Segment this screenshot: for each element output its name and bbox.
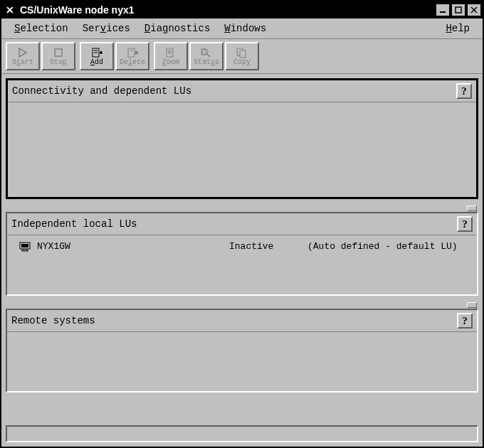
local-lus-body[interactable]: NYX1GW Inactive (Auto defined - default … <box>7 235 477 294</box>
statusbar <box>6 425 478 442</box>
zoom-label: Zoom <box>162 59 179 66</box>
computer-icon <box>19 242 31 252</box>
svg-rect-5 <box>55 49 62 56</box>
add-button[interactable]: Add <box>80 42 114 70</box>
delete-button[interactable]: Delete <box>115 42 149 70</box>
menu-diagnostics[interactable]: Diagnostics <box>137 21 217 36</box>
toolbar: Start Stop Add Delete Zoom <box>1 39 483 74</box>
lu-name: NYX1GW <box>37 241 229 252</box>
menu-windows[interactable]: Windows <box>217 21 273 36</box>
remote-systems-help-button[interactable]: ? <box>457 313 473 329</box>
svg-rect-23 <box>240 50 246 58</box>
remote-systems-title: Remote systems <box>11 315 457 326</box>
lu-status: Inactive <box>229 241 307 252</box>
svg-point-19 <box>202 49 208 55</box>
add-icon <box>90 47 103 58</box>
connectivity-title: Connectivity and dependent LUs <box>12 85 456 97</box>
start-button[interactable]: Start <box>6 42 40 70</box>
main-window: ✕ CS/UnixWare node nyx1 Selection Servic… <box>0 0 484 448</box>
minimize-button[interactable] <box>436 4 450 16</box>
stop-icon <box>52 47 65 58</box>
svg-marker-4 <box>19 48 26 57</box>
system-menu-button[interactable]: ✕ <box>3 4 17 16</box>
svg-rect-25 <box>21 244 28 247</box>
svg-rect-26 <box>22 250 28 251</box>
add-label: Add <box>90 59 103 66</box>
remote-systems-panel[interactable]: Remote systems ? <box>6 309 478 393</box>
copy-icon <box>236 47 248 58</box>
delete-icon <box>126 47 139 58</box>
menu-services[interactable]: Services <box>75 21 137 36</box>
local-lus-title: Independent local LUs <box>11 218 457 230</box>
local-lus-panel[interactable]: Independent local LUs ? NYX1GW Inactive … <box>6 212 478 296</box>
start-icon <box>16 47 29 58</box>
stop-label: Stop <box>50 59 67 66</box>
maximize-button[interactable] <box>451 4 465 16</box>
remote-systems-body[interactable] <box>7 332 477 391</box>
start-label: Start <box>12 59 33 66</box>
connectivity-panel[interactable]: Connectivity and dependent LUs ? <box>6 78 478 199</box>
copy-label: Copy <box>233 59 251 66</box>
remote-systems-header: Remote systems ? <box>7 310 477 332</box>
close-icon <box>470 6 478 14</box>
connectivity-body[interactable] <box>8 102 476 197</box>
svg-rect-11 <box>128 48 135 57</box>
svg-rect-1 <box>456 7 461 13</box>
list-item[interactable]: NYX1GW Inactive (Auto defined - default … <box>11 240 473 253</box>
menu-selection[interactable]: Selection <box>7 21 75 36</box>
window-title: CS/UnixWare node nyx1 <box>17 4 436 16</box>
status-label: Status <box>194 59 219 66</box>
status-icon <box>200 47 213 58</box>
resize-grip[interactable] <box>467 206 477 211</box>
menubar: Selection Services Diagnostics Windows H… <box>1 18 483 39</box>
content-area: Connectivity and dependent LUs ? Indepen… <box>1 74 483 422</box>
svg-rect-0 <box>440 11 446 13</box>
zoom-button[interactable]: Zoom <box>154 42 188 70</box>
svg-line-20 <box>207 54 210 57</box>
titlebar: ✕ CS/UnixWare node nyx1 <box>1 1 483 18</box>
connectivity-help-button[interactable]: ? <box>456 83 472 99</box>
stop-button[interactable]: Stop <box>41 42 75 70</box>
connectivity-header: Connectivity and dependent LUs ? <box>8 80 476 102</box>
close-button[interactable] <box>467 4 481 16</box>
window-controls <box>436 4 481 16</box>
maximize-icon <box>455 6 462 14</box>
menu-help[interactable]: Help <box>438 21 477 36</box>
zoom-icon <box>164 47 177 58</box>
minimize-icon <box>439 6 446 14</box>
local-lus-help-button[interactable]: ? <box>457 216 473 232</box>
resize-handle-1 <box>6 205 478 212</box>
local-lus-header: Independent local LUs ? <box>7 213 477 235</box>
svg-rect-15 <box>167 48 173 57</box>
resize-handle-2 <box>6 302 478 309</box>
lu-description: (Auto defined - default LU) <box>307 241 465 252</box>
copy-button[interactable]: Copy <box>225 42 259 70</box>
resize-grip[interactable] <box>467 302 477 308</box>
status-button[interactable]: Status <box>189 42 223 70</box>
delete-label: Delete <box>120 59 145 66</box>
